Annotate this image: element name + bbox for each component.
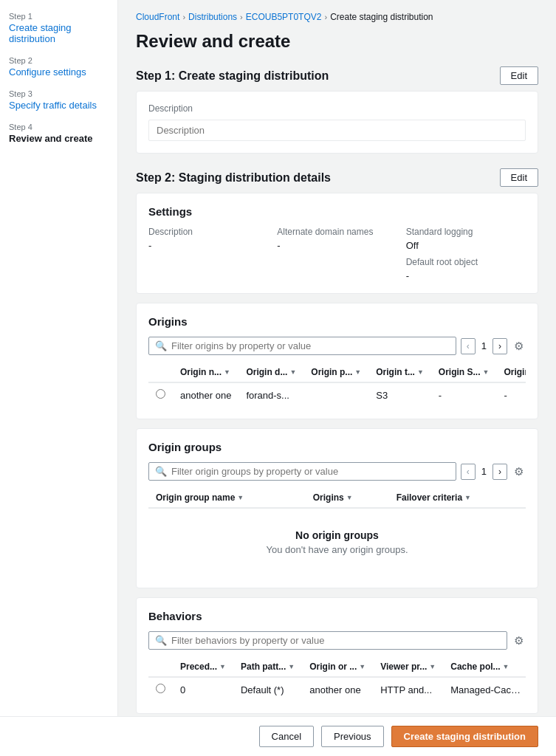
origins-settings-gear[interactable]: ⚙	[512, 337, 526, 355]
step1-section: Step 1: Create staging distribution Edit…	[136, 66, 538, 154]
behaviors-row-0-viewer: HTTP and...	[373, 677, 443, 701]
step1-description-input[interactable]	[148, 120, 526, 141]
origin-groups-empty-desc: You don't have any origin groups.	[156, 544, 518, 555]
behaviors-row-0-origin: another one	[302, 677, 373, 701]
previous-button[interactable]: Previous	[321, 726, 384, 747]
origins-th-name-label: Origin n...	[180, 367, 222, 377]
origin-groups-table-wrapper: Origin group name ▼ Origins ▼	[148, 488, 526, 576]
origins-th-path: Origin p... ▼	[303, 362, 368, 382]
settings-description-value: -	[148, 240, 268, 251]
behaviors-sort-viewer-icon: ▼	[429, 663, 436, 670]
origins-search-input[interactable]	[171, 340, 450, 351]
origins-sort-type[interactable]: Origin t... ▼	[376, 367, 424, 377]
create-staging-distribution-button[interactable]: Create staging distribution	[391, 726, 538, 747]
step1-description-label: Description	[148, 103, 526, 114]
origins-sort-path[interactable]: Origin p... ▼	[311, 367, 361, 377]
origins-row-0-shield: -	[431, 382, 497, 407]
origin-groups-sort-failover[interactable]: Failover criteria ▼	[397, 492, 471, 503]
origin-groups-empty-cell: No origin groups You don't have any orig…	[148, 508, 526, 576]
behaviors-row-0-radio-cell[interactable]	[148, 677, 173, 701]
origin-groups-th-origins: Origins ▼	[306, 488, 389, 508]
origin-groups-empty-state: No origin groups You don't have any orig…	[156, 515, 518, 570]
behaviors-search-input[interactable]	[171, 635, 501, 646]
page-title: Review and create	[136, 31, 538, 52]
origins-sort-shield-icon: ▼	[483, 368, 490, 376]
origins-row-0-radio-cell[interactable]	[148, 382, 173, 407]
step1-edit-button[interactable]: Edit	[500, 66, 538, 85]
behaviors-th-precedence: Preced... ▼	[173, 657, 233, 677]
behaviors-settings-gear[interactable]: ⚙	[512, 632, 526, 650]
origins-sort-domain[interactable]: Origin d... ▼	[246, 367, 296, 377]
origin-groups-settings-gear[interactable]: ⚙	[512, 463, 526, 481]
breadcrumb-distributions[interactable]: Distributions	[188, 12, 237, 22]
origins-next-btn[interactable]: ›	[492, 338, 507, 354]
origins-row-0-radio[interactable]	[156, 389, 165, 399]
settings-logging-value: Off	[406, 240, 526, 251]
origins-row-0-type: S3	[368, 382, 431, 407]
origins-sort-access[interactable]: Origin a... ▼	[504, 367, 526, 377]
breadcrumb-cloudfront[interactable]: CloudFront	[136, 12, 179, 22]
settings-grid: Description - Alternate domain names - S…	[148, 227, 526, 281]
origin-groups-th-name-label: Origin group name	[156, 492, 235, 503]
origin-groups-search-input[interactable]	[171, 466, 450, 477]
behaviors-sort-precedence-icon: ▼	[219, 663, 226, 670]
sidebar-step-1-link[interactable]: Create staging distribution	[9, 22, 72, 44]
behaviors-th-path: Path patt... ▼	[233, 657, 302, 677]
settings-logging-label: Standard logging	[406, 227, 526, 237]
sidebar-step-1-label: Step 1	[9, 12, 109, 21]
origins-prev-btn[interactable]: ‹	[461, 338, 476, 354]
origin-groups-sort-origins[interactable]: Origins ▼	[313, 492, 353, 503]
settings-root-object-value: -	[406, 270, 526, 281]
origins-sort-type-icon: ▼	[417, 368, 424, 376]
behaviors-sort-precedence[interactable]: Preced... ▼	[180, 662, 226, 672]
step2-edit-button[interactable]: Edit	[500, 168, 538, 187]
origin-groups-page-num: 1	[478, 466, 490, 477]
origins-table-wrapper: Origin n... ▼ Origin d... ▼	[148, 362, 526, 407]
origin-groups-prev-btn[interactable]: ‹	[461, 464, 476, 480]
breadcrumb-dist-id[interactable]: ECOUB5PT0TQV2	[246, 12, 322, 22]
behaviors-row-0-cache: Managed-Cachi...	[443, 677, 526, 701]
origins-title: Origins	[148, 315, 526, 328]
sidebar-step-4: Step 4 Review and create	[9, 123, 109, 144]
origins-th-access-label: Origin a...	[504, 367, 526, 377]
behaviors-header-row: Preced... ▼ Path patt... ▼	[148, 657, 526, 677]
behaviors-sort-cache[interactable]: Cache pol... ▼	[450, 662, 509, 672]
behaviors-sort-origin-icon: ▼	[359, 663, 365, 670]
origin-groups-sort-name[interactable]: Origin group name ▼	[156, 492, 244, 503]
origin-groups-card: Origin groups 🔍 ‹ 1 › ⚙	[136, 428, 538, 588]
origin-groups-table: Origin group name ▼ Origins ▼	[148, 488, 526, 576]
origin-groups-sort-origins-icon: ▼	[346, 494, 353, 501]
origin-groups-th-name: Origin group name ▼	[148, 488, 306, 508]
cancel-button[interactable]: Cancel	[259, 726, 314, 747]
origins-th-domain: Origin d... ▼	[238, 362, 303, 382]
settings-field-logging: Standard logging Off Default root object…	[406, 227, 526, 281]
behaviors-table-wrapper: Preced... ▼ Path patt... ▼	[148, 657, 526, 701]
origin-groups-th-failover-label: Failover criteria	[397, 492, 462, 503]
breadcrumb-current: Create staging distribution	[330, 12, 433, 22]
behaviors-row-0-radio[interactable]	[156, 684, 165, 693]
sidebar-step-4-current: Review and create	[9, 133, 109, 144]
behaviors-sort-path-icon: ▼	[288, 663, 295, 670]
origin-groups-th-failover: Failover criteria ▼	[389, 488, 526, 508]
origin-groups-next-btn[interactable]: ›	[492, 464, 507, 480]
behaviors-sort-path[interactable]: Path patt... ▼	[241, 662, 295, 672]
origin-groups-sort-failover-icon: ▼	[464, 494, 471, 501]
origin-groups-sort-name-icon: ▼	[237, 494, 244, 501]
sidebar-step-2-link[interactable]: Configure settings	[9, 66, 86, 78]
breadcrumb-sep-2: ›	[240, 13, 243, 21]
step1-card: Description	[136, 91, 538, 154]
origins-sort-name[interactable]: Origin n... ▼	[180, 367, 230, 377]
sidebar-step-3-link[interactable]: Specify traffic details	[9, 100, 97, 111]
settings-field-alt-domains: Alternate domain names -	[277, 227, 397, 281]
origins-th-domain-label: Origin d...	[246, 367, 287, 377]
origins-th-shield: Origin S... ▼	[431, 362, 497, 382]
step1-header: Step 1: Create staging distribution Edit	[136, 66, 538, 85]
origins-th-type-label: Origin t...	[376, 367, 415, 377]
behaviors-th-cache-label: Cache pol...	[450, 662, 500, 672]
main-content: CloudFront › Distributions › ECOUB5PT0TQ…	[118, 0, 556, 756]
origins-sort-shield[interactable]: Origin S... ▼	[439, 367, 490, 377]
settings-root-object-label: Default root object	[406, 257, 526, 267]
behaviors-search-icon: 🔍	[155, 635, 167, 646]
behaviors-sort-origin[interactable]: Origin or ... ▼	[309, 662, 365, 672]
behaviors-sort-viewer[interactable]: Viewer pr... ▼	[380, 662, 436, 672]
